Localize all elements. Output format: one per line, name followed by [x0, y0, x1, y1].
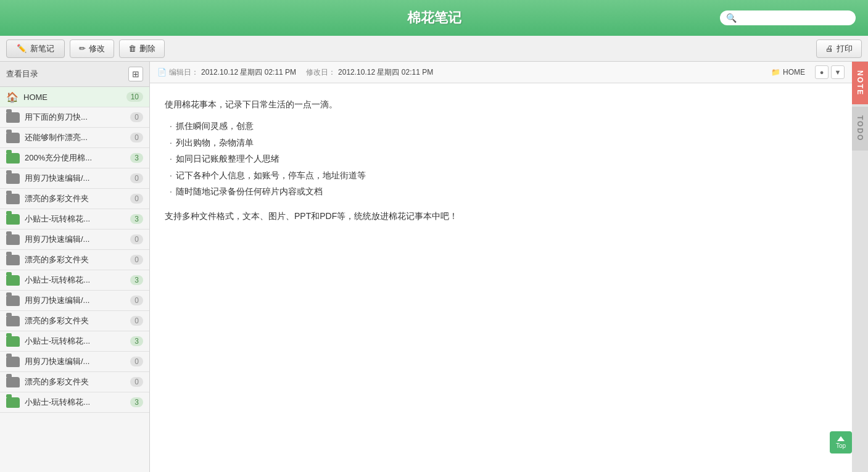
folder-value: HOME — [783, 68, 805, 77]
edit-button[interactable]: ✏ 修改 — [70, 39, 114, 58]
sidebar-header-label: 查看目录 — [6, 68, 38, 80]
folder-icon — [6, 234, 20, 245]
sidebar-header: 查看目录 ⊞ — [0, 62, 149, 87]
edit-icon: ✏ — [79, 44, 86, 53]
sidebar-item-home[interactable]: 🏠HOME10 — [0, 87, 149, 107]
note-intro: 使用棉花事本，记录下日常生活的一点一滴。 — [165, 96, 837, 113]
folder-icon — [6, 194, 20, 204]
bullet-item: 记下各种个人信息，如账号，停车点，地址街道等 — [170, 167, 837, 184]
search-bar[interactable]: 🔍 — [720, 10, 856, 25]
folder-icon — [6, 377, 20, 387]
meta-controls: ● ▼ — [815, 65, 845, 79]
sidebar-item-label: 漂亮的多彩文件夹 — [25, 376, 125, 387]
theme-button[interactable]: ● — [815, 65, 829, 79]
folder-icon — [6, 173, 20, 184]
sidebar-item-14[interactable]: 漂亮的多彩文件夹0 — [0, 372, 149, 392]
sidebar-item-label: 用下面的剪刀快... — [25, 112, 125, 123]
home-icon: 🏠 — [6, 91, 19, 102]
sidebar-item-count: 0 — [130, 377, 143, 387]
todo-tab[interactable]: TODO — [852, 107, 868, 150]
modified-meta: 修改日： 2012.10.12 星期四 02:11 PM — [306, 67, 433, 78]
search-icon: 🔍 — [726, 13, 737, 23]
folder-icon — [6, 316, 20, 326]
new-note-label: 新笔记 — [30, 43, 54, 54]
folder-meta: 📁 HOME — [771, 68, 805, 77]
edit-label: 修改 — [89, 43, 105, 54]
top-button[interactable]: Top — [830, 431, 852, 453]
note-content: 使用棉花事本，记录下日常生活的一点一滴。 抓住瞬间灵感，创意列出购物，杂物清单如… — [150, 83, 852, 472]
note-tab[interactable]: NOTE — [852, 62, 868, 104]
note-bullets: 抓住瞬间灵感，创意列出购物，杂物清单如同日记账般整理个人思绪记下各种个人信息，如… — [170, 118, 837, 200]
folder-icon — [6, 275, 20, 286]
pencil-icon: ✏️ — [17, 44, 27, 53]
sidebar-item-6[interactable]: 小贴士-玩转棉花...3 — [0, 209, 149, 230]
document-icon: 📄 — [157, 68, 167, 77]
sidebar: 查看目录 ⊞ 🏠HOME10用下面的剪刀快...0还能够制作漂亮...0200%… — [0, 62, 150, 472]
sidebar-item-8[interactable]: 漂亮的多彩文件夹0 — [0, 250, 149, 270]
sidebar-item-label: 小贴士-玩转棉花... — [25, 213, 125, 225]
sidebar-item-label: 小贴士-玩转棉花... — [25, 397, 125, 408]
todo-tab-label: TODO — [856, 115, 864, 141]
sidebar-item-9[interactable]: 小贴士-玩转棉花...3 — [0, 270, 149, 291]
trash-icon: 🗑 — [128, 44, 136, 53]
sidebar-item-label: 小贴士-玩转棉花... — [25, 275, 125, 286]
sidebar-item-15[interactable]: 小贴士-玩转棉花...3 — [0, 392, 149, 413]
search-input[interactable] — [740, 14, 849, 23]
main-area: 查看目录 ⊞ 🏠HOME10用下面的剪刀快...0还能够制作漂亮...0200%… — [0, 62, 868, 472]
sidebar-item-2[interactable]: 还能够制作漂亮...0 — [0, 128, 149, 148]
print-label: 打印 — [837, 43, 853, 54]
sidebar-item-count: 3 — [130, 336, 143, 346]
delete-button[interactable]: 🗑 删除 — [119, 39, 165, 58]
sidebar-item-1[interactable]: 用下面的剪刀快...0 — [0, 107, 149, 128]
sidebar-item-13[interactable]: 用剪刀快速编辑/...0 — [0, 352, 149, 372]
created-label: 编辑日： — [169, 67, 199, 78]
content-area: 📄 编辑日： 2012.10.12 星期四 02:11 PM 修改日： 2012… — [150, 62, 852, 472]
sidebar-item-10[interactable]: 用剪刀快速编辑/...0 — [0, 291, 149, 311]
new-folder-button[interactable]: ⊞ — [128, 67, 143, 81]
sidebar-item-label: 漂亮的多彩文件夹 — [25, 315, 125, 326]
folder-icon — [6, 357, 20, 367]
print-button[interactable]: 🖨 打印 — [816, 39, 862, 58]
header: 棉花笔记 🔍 — [0, 0, 868, 36]
app-title: 棉花笔记 — [407, 9, 461, 27]
created-meta: 📄 编辑日： 2012.10.12 星期四 02:11 PM — [157, 67, 296, 78]
sidebar-item-5[interactable]: 漂亮的多彩文件夹0 — [0, 189, 149, 209]
sidebar-item-count: 0 — [130, 255, 143, 265]
sidebar-item-count: 0 — [130, 357, 143, 366]
sidebar-item-count: 0 — [130, 173, 143, 183]
toolbar: ✏️ 新笔记 ✏ 修改 🗑 删除 🖨 打印 — [0, 36, 868, 62]
delete-label: 删除 — [139, 43, 155, 54]
sidebar-item-label: 用剪刀快速编辑/... — [25, 356, 125, 367]
sidebar-item-label: 用剪刀快速编辑/... — [25, 234, 125, 245]
folder-icon: 📁 — [771, 68, 780, 77]
note-footer: 支持多种文件格式，文本、图片、PPT和PDF等，统统放进棉花记事本中吧！ — [165, 207, 837, 225]
sidebar-item-label: HOME — [23, 93, 122, 102]
bullet-item: 列出购物，杂物清单 — [170, 135, 837, 151]
folder-icon — [6, 153, 20, 164]
new-note-button[interactable]: ✏️ 新笔记 — [6, 39, 65, 58]
right-tabs: NOTE TODO — [852, 62, 868, 472]
sidebar-item-label: 200%充分使用棉... — [25, 152, 125, 164]
sidebar-item-count: 0 — [130, 234, 143, 244]
sidebar-item-count: 0 — [130, 112, 143, 122]
sidebar-item-label: 还能够制作漂亮... — [25, 132, 125, 143]
note-tab-label: NOTE — [856, 70, 864, 96]
arrow-up-icon — [837, 436, 845, 441]
sidebar-item-label: 小贴士-玩转棉花... — [25, 336, 125, 347]
modified-label: 修改日： — [306, 67, 336, 78]
sidebar-item-3[interactable]: 200%充分使用棉...3 — [0, 148, 149, 168]
sidebar-item-4[interactable]: 用剪刀快速编辑/...0 — [0, 168, 149, 189]
sidebar-item-count: 0 — [130, 296, 143, 305]
sidebar-item-count: 0 — [130, 316, 143, 326]
folder-icon — [6, 133, 20, 143]
sidebar-item-count: 3 — [130, 214, 143, 224]
sidebar-item-label: 用剪刀快速编辑/... — [25, 173, 125, 184]
new-folder-icon: ⊞ — [132, 69, 139, 79]
folder-icon — [6, 296, 20, 306]
created-value: 2012.10.12 星期四 02:11 PM — [201, 67, 296, 78]
sidebar-item-11[interactable]: 漂亮的多彩文件夹0 — [0, 311, 149, 331]
meta-dropdown-button[interactable]: ▼ — [831, 65, 845, 79]
sidebar-item-7[interactable]: 用剪刀快速编辑/...0 — [0, 230, 149, 250]
sidebar-item-12[interactable]: 小贴士-玩转棉花...3 — [0, 331, 149, 352]
folder-icon — [6, 336, 20, 347]
